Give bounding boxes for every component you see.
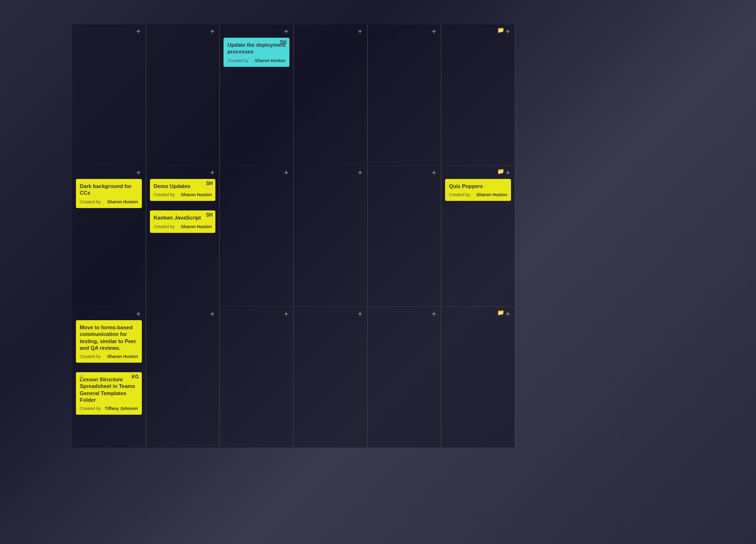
card-footer-kanban-js: Created by Sharon Huston <box>154 224 212 229</box>
card-title-kanban-js: Kanban JavaScript <box>154 214 212 221</box>
add-card-macros-suggestion[interactable]: + <box>134 168 143 178</box>
card-forms-based[interactable]: Move to forms-based communication for te… <box>76 320 142 363</box>
kanban-panel: Suggestion Box Yup, Let's Do This In Pro… <box>0 0 516 449</box>
cell-wiki-suggestion: + <box>72 24 146 165</box>
card-footer-dark-bg: Created by Sharon Huston <box>80 199 138 204</box>
cell-other-inprogress: + <box>220 307 294 448</box>
add-card-macros-reviews[interactable]: + <box>355 168 364 178</box>
cell-other-yup: + <box>146 307 220 448</box>
card-title-dark-bg: Dark background for CCs <box>80 183 138 197</box>
card-title-quiz: Quiz Poppers <box>449 183 507 189</box>
add-card-other-suggestion[interactable]: + <box>134 309 143 319</box>
add-card-wiki-reviews[interactable]: + <box>355 27 364 36</box>
lock-icon: 🔒 <box>79 374 84 379</box>
cell-macros-docs: + <box>368 166 442 306</box>
card-title-forms: Move to forms-based communication for te… <box>80 324 138 351</box>
add-card-macros-yup[interactable]: + <box>208 168 217 178</box>
card-created-by-quiz: Created by <box>449 192 470 197</box>
card-badge-demo: SH <box>206 181 213 186</box>
add-card-wiki-done[interactable]: + <box>503 27 512 36</box>
card-footer: Created by Sharon Huston <box>227 58 286 63</box>
cell-wiki-docs: + <box>368 24 442 165</box>
card-footer-lesson: Created by Tiffany Johnson <box>80 406 138 411</box>
cell-other-suggestion: + Move to forms-based communication for … <box>72 307 146 448</box>
card-author-forms: Sharon Huston <box>107 354 138 359</box>
card-footer-demo: Created by Sharon Huston <box>154 192 212 197</box>
card-author-sharon: Sharon Huston <box>255 58 286 63</box>
card-footer-quiz: Created by Sharon Huston <box>449 192 507 197</box>
card-created-by-demo: Created by <box>154 192 175 197</box>
card-footer-forms: Created by Sharon Huston <box>80 354 138 359</box>
card-author-quiz: Sharon Huston <box>477 192 508 197</box>
cell-other-reviews: + <box>294 307 368 448</box>
cell-wiki-yup: + <box>146 24 220 165</box>
add-card-wiki-yup[interactable]: + <box>208 27 217 36</box>
cell-wiki-inprogress: + SH Update the deployment processes Cre… <box>220 24 294 165</box>
card-created-by-forms: Created by <box>80 354 101 359</box>
add-card-wiki-docs[interactable]: + <box>429 27 438 36</box>
add-card-macros-docs[interactable]: + <box>429 168 438 178</box>
add-card-other-yup[interactable]: + <box>208 309 217 319</box>
card-badge-kanban-js: SH <box>206 212 213 218</box>
add-card-wiki-inprogress[interactable]: + <box>282 27 291 36</box>
card-created-by-kjs: Created by <box>154 224 175 229</box>
card-author-dark: Sharon Huston <box>107 199 138 204</box>
card-badge-kg: KG <box>132 374 139 379</box>
card-author-lesson: Tiffany Johnson <box>105 406 138 411</box>
card-created-by-lesson: Created by <box>80 406 101 411</box>
card-author-demo: Sharon Huston <box>181 192 212 197</box>
card-title-lesson: Lesson Structure Spreadsheet in Teams Ge… <box>80 376 138 403</box>
card-author-kjs: Sharon Huston <box>181 224 212 229</box>
card-kanban-js[interactable]: SH Kanban JavaScript Created by Sharon H… <box>150 210 216 232</box>
add-card-other-reviews[interactable]: + <box>355 309 364 319</box>
card-badge-sh: SH <box>280 40 287 45</box>
cell-macros-suggestion: + Dark background for CCs Created by Sha… <box>72 166 146 306</box>
kanban-row-macros: Macros/Javascript + Dark background for … <box>0 166 515 307</box>
cell-wiki-reviews: + <box>294 24 368 165</box>
add-card-other-docs[interactable]: + <box>429 309 438 319</box>
kanban-row-wiki: Wiki Updates + + + <box>0 24 515 166</box>
card-title-demo: Demo Updates <box>154 183 212 189</box>
add-card-wiki-suggestion[interactable]: + <box>134 27 143 36</box>
cell-macros-done: 📁 + Quiz Poppers Created by Sharon Husto… <box>441 166 515 306</box>
add-card-macros-done[interactable]: + <box>503 168 512 178</box>
card-demo-updates[interactable]: SH Demo Updates Created by Sharon Huston <box>150 179 216 201</box>
cell-macros-inprogress: + <box>220 166 294 306</box>
cell-macros-reviews: + <box>294 166 368 306</box>
card-update-deployment[interactable]: SH Update the deployment processes Creat… <box>224 38 289 67</box>
card-created-by: Created by <box>227 58 248 63</box>
add-card-other-inprogress[interactable]: + <box>282 309 291 319</box>
card-lesson-structure[interactable]: 🔒 KG Lesson Structure Spreadsheet in Tea… <box>76 372 142 415</box>
card-dark-bg[interactable]: Dark background for CCs Created by Sharo… <box>76 179 142 208</box>
cell-other-done: 📁 + <box>441 307 515 448</box>
add-card-other-done[interactable]: + <box>503 309 512 319</box>
cell-macros-yup: + SH Demo Updates Created by Sharon Hust… <box>146 166 220 306</box>
card-quiz-poppers[interactable]: Quiz Poppers Created by Sharon Huston <box>445 179 511 201</box>
card-created-by-dark: Created by <box>80 199 101 204</box>
add-card-macros-inprogress[interactable]: + <box>282 168 291 178</box>
cell-wiki-done: 📁 + <box>441 24 515 165</box>
kanban-row-other: Other Random Things + Move to forms-base… <box>0 307 515 448</box>
cell-other-docs: + <box>368 307 442 448</box>
app-container: Suggestion Box Yup, Let's Do This In Pro… <box>0 0 756 544</box>
kanban-body: Wiki Updates + + + <box>0 24 515 448</box>
card-title-update-deployment: Update the deployment processes <box>227 42 286 55</box>
